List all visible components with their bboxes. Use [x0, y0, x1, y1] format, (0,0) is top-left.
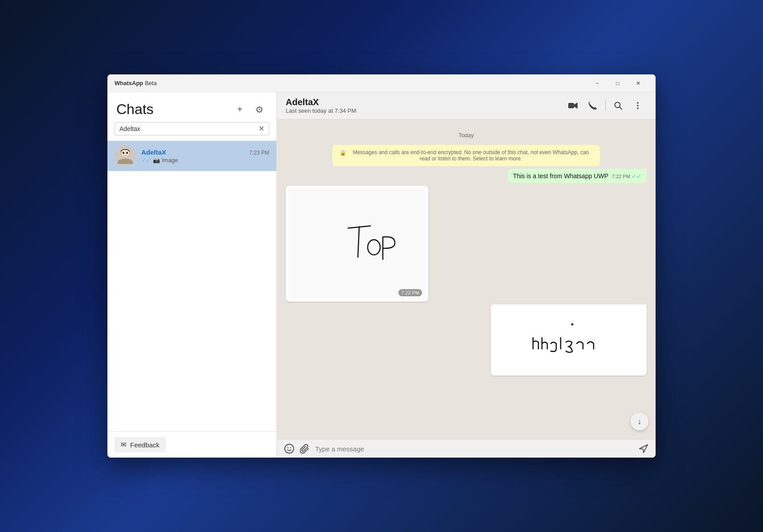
read-receipt-icon: ✓✓	[632, 173, 641, 180]
search-clear-button[interactable]: ✕	[258, 125, 264, 132]
encryption-notice: 🔒 Messages and calls are end-to-end encr…	[332, 145, 600, 166]
outgoing-image-message	[491, 304, 647, 376]
svg-line-7	[619, 107, 622, 109]
chat-header-info: AdeltaX Last seen today at 7:34 PM	[286, 97, 356, 114]
svg-point-18	[287, 447, 289, 449]
double-check-icon: ✓✓	[141, 157, 151, 164]
message-meta: 7:22 PM ✓✓	[612, 173, 641, 180]
messages-container[interactable]: Today 🔒 Messages and calls are end-to-en…	[277, 119, 656, 439]
feedback-button[interactable]: ✉ Feedback	[115, 437, 166, 452]
chat-list-item[interactable]: AdeltaX 7:23 PM ✓✓ 📷 Image	[107, 141, 276, 171]
svg-point-8	[637, 102, 639, 104]
svg-point-19	[290, 447, 291, 449]
minimize-button[interactable]: −	[587, 76, 607, 90]
svg-point-9	[637, 105, 639, 106]
message-input[interactable]	[315, 445, 633, 453]
emoji-button[interactable]	[284, 443, 295, 454]
chat-item-top: AdeltaX 7:23 PM	[141, 148, 269, 156]
sidebar-header-actions: + ⚙	[232, 102, 267, 118]
search-bar: ✕	[107, 122, 276, 141]
message-input-bar	[277, 439, 656, 458]
search-input[interactable]	[119, 125, 256, 132]
message-time: 7:22 PM	[612, 174, 630, 179]
svg-point-13	[368, 240, 380, 255]
image-timestamp: 7:22 PM	[398, 289, 422, 296]
chat-item-time: 7:23 PM	[249, 150, 269, 156]
chat-header: AdeltaX Last seen today at 7:34 PM	[277, 92, 656, 119]
chat-item-preview: ✓✓ 📷 Image	[141, 157, 269, 164]
image-content	[288, 188, 426, 299]
scroll-to-bottom-button[interactable]: ↓	[631, 413, 648, 430]
svg-point-3	[123, 152, 124, 154]
chat-list: AdeltaX 7:23 PM ✓✓ 📷 Image	[107, 141, 276, 431]
sidebar-header: Chats + ⚙	[107, 92, 276, 122]
settings-button[interactable]: ⚙	[251, 102, 267, 118]
voice-call-button[interactable]	[584, 97, 602, 115]
svg-point-10	[637, 107, 639, 109]
sidebar: Chats + ⚙ ✕	[107, 92, 277, 458]
search-wrapper: ✕	[115, 122, 269, 135]
close-button[interactable]: ✕	[628, 76, 648, 90]
outgoing-text-message: This is a test from Whatsapp UWP 7:22 PM…	[508, 169, 647, 183]
outgoing-image-content	[491, 304, 647, 376]
message-text: This is a test from Whatsapp UWP	[513, 172, 608, 180]
avatar	[115, 145, 136, 167]
handwriting-svg	[312, 213, 402, 275]
feedback-icon: ✉	[121, 441, 127, 449]
svg-rect-5	[568, 103, 574, 108]
chat-area: AdeltaX Last seen today at 7:34 PM	[277, 92, 656, 458]
handwriting-hello-svg	[506, 313, 631, 367]
feedback-label: Feedback	[130, 441, 160, 449]
svg-line-12	[358, 227, 359, 257]
app-window: WhatsApp Beta − □ ✕ Chats + ⚙ ✕	[107, 74, 656, 458]
title-bar: WhatsApp Beta − □ ✕	[107, 74, 656, 92]
header-divider	[605, 100, 606, 111]
sidebar-footer: ✉ Feedback	[107, 431, 276, 458]
video-call-button[interactable]	[564, 97, 582, 115]
svg-point-2	[121, 149, 129, 157]
window-controls: − □ ✕	[587, 76, 648, 90]
lock-icon: 🔒	[340, 150, 346, 156]
chat-last-seen: Last seen today at 7:34 PM	[286, 107, 356, 114]
send-button[interactable]	[639, 444, 648, 454]
more-options-button[interactable]	[629, 97, 647, 115]
main-layout: Chats + ⚙ ✕	[107, 92, 656, 458]
new-chat-button[interactable]: +	[232, 102, 248, 118]
maximize-button[interactable]: □	[607, 76, 628, 90]
chat-header-actions	[564, 97, 647, 115]
incoming-image-message[interactable]: 7:22 PM	[286, 186, 428, 302]
attachment-button[interactable]	[300, 443, 310, 454]
chat-contact-name: AdeltaX	[286, 97, 356, 107]
chat-item-info: AdeltaX 7:23 PM ✓✓ 📷 Image	[141, 148, 269, 164]
svg-point-4	[126, 152, 128, 154]
window-title: WhatsApp Beta	[115, 80, 587, 86]
svg-point-15	[571, 323, 574, 326]
svg-point-17	[285, 444, 294, 453]
camera-icon: 📷	[153, 157, 160, 164]
chat-item-name: AdeltaX	[141, 148, 166, 156]
date-divider: Today	[286, 132, 647, 139]
sidebar-title: Chats	[116, 101, 154, 118]
search-chat-button[interactable]	[609, 97, 627, 115]
